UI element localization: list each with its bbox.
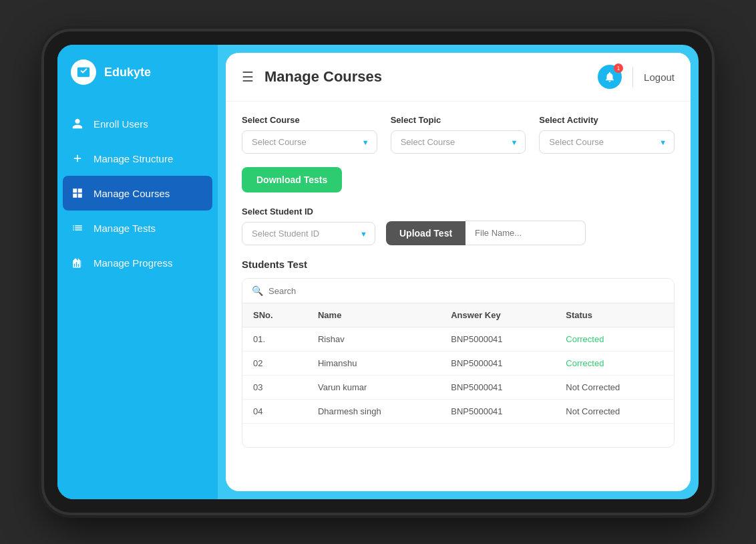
sidebar: Edukyte Enroll Users Manage Structure	[57, 45, 218, 499]
table-header: SNo. Name Answer Key Status	[242, 303, 674, 327]
sidebar-item-manage-tests-label: Manage Tests	[93, 223, 156, 234]
page-title: Manage Courses	[264, 68, 382, 86]
nav-menu: Enroll Users Manage Structure Manage Cou…	[57, 106, 218, 280]
table-header-row: SNo. Name Answer Key Status	[242, 303, 674, 327]
grid-icon	[71, 186, 84, 200]
topbar-left: ☰ Manage Courses	[242, 68, 382, 86]
sidebar-item-manage-courses[interactable]: Manage Courses	[63, 176, 212, 211]
main-content: ☰ Manage Courses 1 Logout Selec	[226, 53, 691, 491]
topbar: ☰ Manage Courses 1 Logout	[226, 53, 691, 102]
course-filter-label: Select Course	[242, 115, 377, 125]
device-frame: Edukyte Enroll Users Manage Structure	[44, 31, 712, 513]
upload-area: Upload Test	[386, 221, 586, 245]
table-row: 02 Himanshu BNP5000041 Corrected	[242, 352, 674, 376]
cell-answer-key: BNP5000041	[440, 376, 555, 400]
students-test-title: Students Test	[242, 259, 675, 270]
cell-sno: 02	[242, 352, 307, 376]
content-area: Select Course Select Course Select Topic…	[226, 102, 691, 491]
students-test-table: SNo. Name Answer Key Status 01. Rishav B…	[242, 303, 674, 447]
student-id-filter-group: Select Student ID Select Student ID	[242, 207, 375, 245]
student-row: Select Student ID Select Student ID Uplo…	[242, 206, 675, 245]
cell-name: Himanshu	[307, 352, 440, 376]
table-row-empty	[242, 424, 674, 448]
course-select-wrapper: Select Course	[242, 130, 377, 154]
cell-status: Not Corrected	[555, 400, 674, 424]
sidebar-item-enroll-users-label: Enroll Users	[93, 118, 148, 130]
cell-status: Corrected	[555, 327, 674, 352]
user-icon	[71, 117, 84, 130]
table-body: 01. Rishav BNP5000041 Corrected 02 Himan…	[242, 327, 674, 448]
col-answer-key: Answer Key	[440, 303, 555, 327]
cell-name: Varun kumar	[307, 376, 440, 400]
bell-icon	[604, 71, 616, 83]
sidebar-item-manage-progress[interactable]: Manage Progress	[57, 245, 218, 280]
search-input[interactable]	[268, 286, 665, 296]
topic-select[interactable]: Select Course	[391, 130, 526, 154]
students-test-table-container: 🔍 SNo. Name Answer Key Status	[242, 278, 675, 448]
activity-filter-label: Select Activity	[539, 115, 675, 125]
filter-row: Select Course Select Course Select Topic…	[242, 115, 675, 154]
sidebar-header: Edukyte	[57, 45, 218, 100]
topbar-divider	[632, 67, 633, 87]
cell-sno: 03	[242, 376, 307, 400]
student-id-label: Select Student ID	[242, 207, 375, 217]
student-id-select-wrapper: Select Student ID	[242, 222, 375, 245]
sidebar-item-manage-progress-label: Manage Progress	[93, 257, 172, 269]
plus-icon	[71, 152, 84, 165]
table-row: 04 Dharmesh singh BNP5000041 Not Correct…	[242, 400, 674, 424]
topic-filter-group: Select Topic Select Course	[391, 115, 526, 154]
sidebar-item-manage-structure-label: Manage Structure	[93, 153, 173, 164]
sidebar-item-manage-courses-label: Manage Courses	[93, 188, 170, 199]
topbar-right: 1 Logout	[598, 65, 675, 89]
students-test-section: Students Test 🔍 SNo. Name Answer K	[242, 259, 675, 448]
cell-answer-key: BNP5000041	[440, 352, 555, 376]
search-icon: 🔍	[252, 285, 263, 296]
activity-filter-group: Select Activity Select Course	[539, 115, 675, 154]
cell-name: Dharmesh singh	[307, 400, 440, 424]
cell-status: Corrected	[555, 352, 674, 376]
col-status: Status	[555, 303, 674, 327]
cell-sno: 01.	[242, 327, 307, 352]
notification-badge: 1	[614, 63, 623, 73]
search-bar: 🔍	[242, 279, 674, 303]
cell-name: Rishav	[307, 327, 440, 352]
upload-test-button[interactable]: Upload Test	[386, 221, 465, 245]
chart-icon	[71, 256, 84, 269]
logout-button[interactable]: Logout	[644, 72, 675, 83]
brand-name: Edukyte	[104, 65, 151, 80]
tablet-screen: Edukyte Enroll Users Manage Structure	[57, 45, 699, 499]
hamburger-icon[interactable]: ☰	[242, 69, 254, 85]
cell-answer-key: BNP5000041	[440, 400, 555, 424]
logo-circle	[71, 59, 96, 85]
activity-select-wrapper: Select Course	[539, 130, 675, 154]
table-row: 03 Varun kumar BNP5000041 Not Corrected	[242, 376, 674, 400]
table-row: 01. Rishav BNP5000041 Corrected	[242, 327, 674, 352]
sidebar-item-manage-structure[interactable]: Manage Structure	[57, 141, 218, 176]
sidebar-item-enroll-users[interactable]: Enroll Users	[57, 106, 218, 141]
download-tests-button[interactable]: Download Tests	[242, 167, 342, 192]
topic-filter-label: Select Topic	[391, 115, 526, 125]
cell-status: Not Corrected	[555, 376, 674, 400]
activity-select[interactable]: Select Course	[539, 130, 675, 154]
list-icon	[71, 221, 84, 235]
cell-answer-key: BNP5000041	[440, 327, 555, 352]
cell-sno: 04	[242, 400, 307, 424]
notification-button[interactable]: 1	[598, 65, 622, 89]
course-select[interactable]: Select Course	[242, 130, 377, 154]
logo-icon	[76, 65, 91, 80]
col-name: Name	[307, 303, 440, 327]
sidebar-item-manage-tests[interactable]: Manage Tests	[57, 211, 218, 245]
course-filter-group: Select Course Select Course	[242, 115, 377, 154]
col-sno: SNo.	[242, 303, 307, 327]
topic-select-wrapper: Select Course	[391, 130, 526, 154]
file-name-input[interactable]	[465, 221, 586, 245]
student-id-select[interactable]: Select Student ID	[242, 222, 375, 245]
